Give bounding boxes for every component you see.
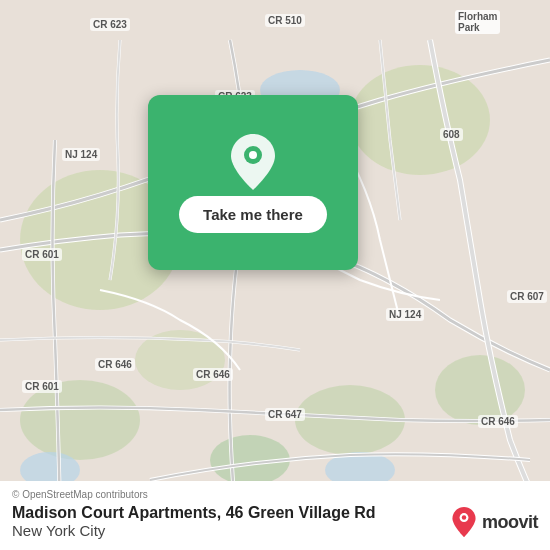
map-background [0,0,550,550]
road-label-florham: FlorhamPark [455,10,500,34]
bottom-bar: © OpenStreetMap contributors Madison Cou… [0,481,550,550]
svg-point-14 [462,515,466,519]
moovit-logo: moovit [450,506,538,538]
road-label-cr607: CR 607 [507,290,547,303]
road-label-cr646-mid: CR 646 [193,368,233,381]
road-label-cr601-upper: CR 601 [22,248,62,261]
road-label-cr510: CR 510 [265,14,305,27]
svg-point-12 [249,151,257,159]
road-label-cr623-top: CR 623 [90,18,130,31]
action-card: Take me there [148,95,358,270]
location-pin-icon [227,132,279,184]
take-me-there-button[interactable]: Take me there [179,196,327,233]
svg-point-2 [350,65,490,175]
map-attribution: © OpenStreetMap contributors [12,489,538,500]
location-city: New York City [12,522,105,539]
road-label-608: 608 [440,128,463,141]
road-label-cr646-right: CR 646 [478,415,518,428]
map-container: CR 623 CR 510 FlorhamPark CR 623 NJ 124 … [0,0,550,550]
road-label-cr646-left: CR 646 [95,358,135,371]
road-label-cr601-lower: CR 601 [22,380,62,393]
road-label-nj124-right: NJ 124 [386,308,424,321]
road-label-cr647: CR 647 [265,408,305,421]
road-label-nj124-left: NJ 124 [62,148,100,161]
moovit-brand-text: moovit [482,512,538,533]
